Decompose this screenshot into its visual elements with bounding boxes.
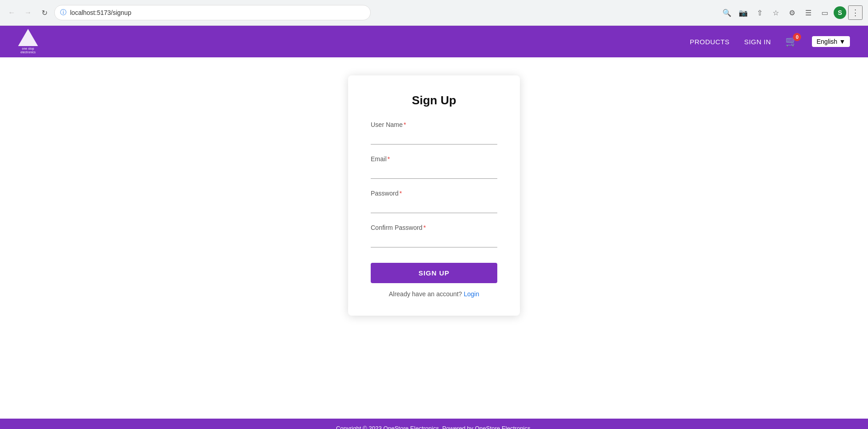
camera-off-icon[interactable]: 📷 (736, 5, 750, 20)
main-content: Sign Up User Name* Email* Password* (0, 57, 868, 419)
password-field-group: Password* (371, 190, 497, 213)
footer-copyright: Copyright © 2023 OneStore Electronics. P… (336, 425, 532, 429)
back-button[interactable]: ← (5, 6, 18, 19)
app: one stop electronics PRODUCTS SIGN IN 🛒 … (0, 26, 868, 429)
signup-button[interactable]: SIGN UP (371, 263, 497, 283)
confirm-password-required: * (423, 224, 425, 231)
site-header: one stop electronics PRODUCTS SIGN IN 🛒 … (0, 26, 868, 57)
split-view-button[interactable]: ▭ (817, 5, 832, 20)
forward-button[interactable]: → (22, 6, 34, 19)
confirm-password-label: Confirm Password* (371, 224, 497, 231)
username-label: User Name* (371, 121, 497, 128)
reload-button[interactable]: ↻ (38, 6, 51, 19)
login-link[interactable]: Login (464, 290, 479, 298)
username-required: * (404, 121, 406, 128)
logo[interactable]: one stop electronics (18, 29, 38, 55)
confirm-password-input[interactable] (371, 234, 497, 247)
media-button[interactable]: ☰ (801, 5, 816, 20)
profile-button[interactable]: S (834, 6, 846, 19)
email-field-group: Email* (371, 155, 497, 179)
already-account-text: Already have an account? Login (371, 290, 497, 298)
email-input[interactable] (371, 165, 497, 179)
email-required: * (387, 155, 390, 163)
share-button[interactable]: ⇧ (752, 5, 767, 20)
info-icon: ⓘ (60, 9, 66, 17)
browser-chrome: ← → ↻ ⓘ localhost:5173/signup 🔍 📷 ⇧ ☆ ⚙ … (0, 0, 868, 26)
signup-card: Sign Up User Name* Email* Password* (348, 75, 520, 316)
bookmark-button[interactable]: ☆ (769, 5, 783, 20)
username-field-group: User Name* (371, 121, 497, 145)
signin-link[interactable]: SIGN IN (744, 38, 771, 46)
extensions-button[interactable]: ⚙ (785, 5, 799, 20)
language-label: English (816, 38, 837, 45)
logo-text: one stop electronics (20, 47, 35, 55)
chrome-menu-button[interactable]: ⋮ (848, 5, 863, 20)
logo-triangle (18, 29, 38, 46)
cart-button[interactable]: 🛒 0 (785, 36, 797, 47)
products-link[interactable]: PRODUCTS (690, 38, 730, 46)
confirm-password-field-group: Confirm Password* (371, 224, 497, 247)
cart-badge: 0 (793, 33, 801, 41)
signup-title: Sign Up (371, 93, 497, 107)
site-footer: Copyright © 2023 OneStore Electronics. P… (0, 419, 868, 429)
address-text: localhost:5173/signup (70, 9, 131, 16)
browser-toolbar: ← → ↻ ⓘ localhost:5173/signup 🔍 📷 ⇧ ☆ ⚙ … (0, 0, 868, 25)
browser-right-icons: 🔍 📷 ⇧ ☆ ⚙ ☰ ▭ S ⋮ (720, 5, 863, 20)
password-label: Password* (371, 190, 497, 197)
email-label: Email* (371, 155, 497, 163)
password-required: * (399, 190, 401, 197)
password-input[interactable] (371, 200, 497, 213)
chevron-down-icon: ▼ (839, 38, 845, 45)
search-button[interactable]: 🔍 (720, 5, 734, 20)
header-nav: PRODUCTS SIGN IN 🛒 0 English ▼ (690, 36, 850, 47)
language-selector[interactable]: English ▼ (812, 36, 850, 47)
username-input[interactable] (371, 131, 497, 145)
address-bar[interactable]: ⓘ localhost:5173/signup (54, 5, 371, 20)
profile-initial: S (838, 9, 842, 16)
